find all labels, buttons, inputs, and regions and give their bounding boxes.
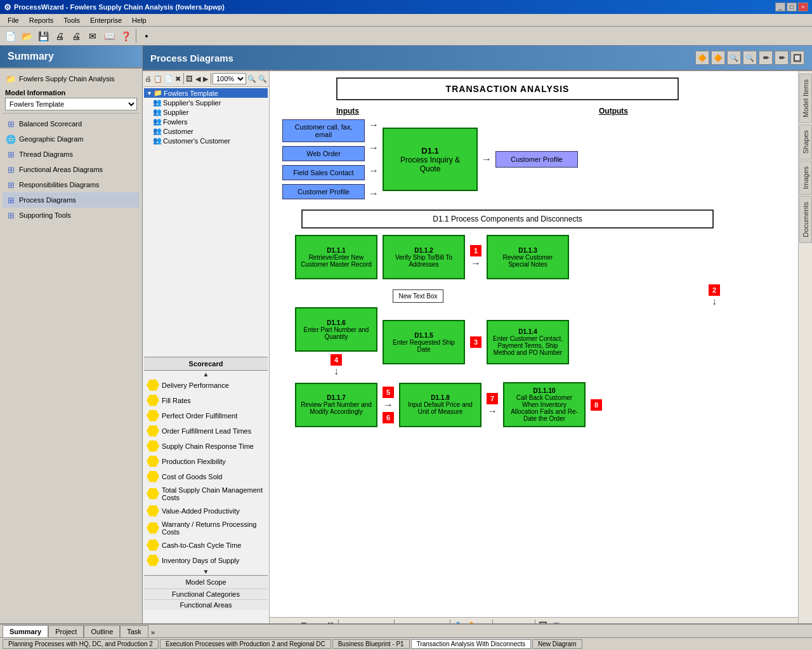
pd-icon-2[interactable]: 🔶 — [711, 51, 725, 65]
menu-reports[interactable]: Reports — [24, 15, 59, 25]
dbt-15[interactable]: 🔶 — [465, 619, 478, 623]
scorecard-item-4[interactable]: Supply Chain Response Time — [144, 439, 268, 454]
dbt-3[interactable]: ☰ — [298, 619, 310, 623]
tab-task[interactable]: Task — [120, 625, 148, 637]
dbt-20[interactable]: 🔲 — [537, 619, 549, 623]
nav-balanced-scorecard[interactable]: ⊞ Balanced Scorecard — [3, 116, 140, 131]
dbt-6[interactable]: ↑ — [340, 619, 353, 623]
toolbar-save[interactable]: 💾 — [36, 29, 51, 44]
maximize-button[interactable]: □ — [787, 3, 797, 11]
toolbar-email[interactable]: ✉ — [85, 29, 100, 44]
page-tab-0[interactable]: Planning Processes with HQ, DC, and Prod… — [3, 639, 159, 649]
dbt-21[interactable]: 🔳 — [550, 619, 563, 623]
toolbar-help[interactable]: ❓ — [118, 29, 133, 44]
pd-tb-paste[interactable]: 📄 — [164, 72, 174, 85]
vtab-shapes[interactable]: Shapes — [799, 124, 812, 159]
pd-icon-search2[interactable]: 🔍 — [743, 51, 757, 65]
comp-box-d113[interactable]: D1.1.3 Review Customer Special Notes — [487, 235, 569, 279]
scorecard-item-1[interactable]: Fill Rates — [144, 393, 268, 408]
pd-tb-back[interactable]: ◀ — [194, 72, 202, 85]
dbt-17[interactable]: ⊕ — [494, 619, 507, 623]
window-controls[interactable]: _ □ × — [775, 3, 808, 11]
tab-outline[interactable]: Outline — [84, 625, 120, 637]
pd-icon-1[interactable]: 🔶 — [695, 51, 709, 65]
pd-tb-copy[interactable]: 📋 — [153, 72, 163, 85]
tab-summary[interactable]: Summary — [3, 625, 48, 637]
page-tab-3[interactable]: Transaction Analysis With Disconnects — [411, 639, 531, 649]
comp-box-d116[interactable]: D1.1.6 Enter Part Number and Quantity — [295, 307, 377, 352]
tree-supplier[interactable]: 👥 Supplier — [144, 107, 268, 117]
scorecard-item-11[interactable]: Inventory Days of Supply — [144, 553, 268, 568]
close-button[interactable]: × — [798, 3, 808, 11]
toolbar-extra[interactable]: • — [139, 29, 154, 44]
scorecard-item-10[interactable]: Cash-to-Cash Cycle Time — [144, 538, 268, 553]
toolbar-book[interactable]: 📖 — [102, 29, 117, 44]
tree-suppliers-supplier[interactable]: 👥 Supplier's Supplier — [144, 98, 268, 107]
menu-file[interactable]: File — [3, 15, 24, 25]
text-box-note[interactable]: New Text Box — [393, 289, 443, 303]
tree-fowlers-template[interactable]: ▼ 📁 Fowlers Template — [144, 88, 268, 98]
nav-functional-areas[interactable]: ⊞ Functional Areas Diagrams — [3, 162, 140, 177]
tree-root-item[interactable]: 📁 Fowlers Supply Chain Analysis — [3, 71, 140, 86]
pd-icon-edit2[interactable]: ✏ — [775, 51, 789, 65]
comp-box-d117[interactable]: D1.1.7 Review Part Number and Modify Acc… — [295, 383, 377, 427]
input-box-1[interactable]: Web Order — [282, 146, 365, 161]
model-select[interactable]: Fowlers Template — [5, 98, 137, 110]
nav-geographic-diagram[interactable]: 🌐 Geographic Diagram — [3, 131, 140, 147]
dbt-14[interactable]: 🔷 — [452, 619, 464, 623]
pd-tb-zoomin[interactable]: 🔍 — [247, 72, 257, 85]
nav-supporting-tools[interactable]: ⊞ Supporting Tools — [3, 208, 140, 223]
zoom-select[interactable]: 100% 50% 75% 125% 150% — [213, 73, 246, 84]
input-box-2[interactable]: Field Sales Contact — [282, 165, 365, 180]
scorecard-item-8[interactable]: Value-Added Productivity — [144, 503, 268, 519]
output-box-0[interactable]: Customer Profile — [495, 151, 578, 168]
dbt-9[interactable]: → — [380, 619, 393, 623]
process-box[interactable]: D1.1 Process Inquiry & Quote — [383, 128, 478, 191]
comp-box-d114[interactable]: D1.1.4 Enter Customer Contact, Payment T… — [487, 320, 569, 364]
page-tab-2[interactable]: Business Blueprint - P1 — [332, 639, 410, 649]
comp-box-d115[interactable]: D1.1.5 Enter Requested Ship Date — [383, 320, 465, 364]
nav-responsibilities[interactable]: ⊞ Responsibilities Diagrams — [3, 177, 140, 192]
dbt-2[interactable]: ⊟ — [284, 619, 297, 623]
tree-customers-customer[interactable]: 👥 Customer's Customer — [144, 136, 268, 145]
tree-fowlers[interactable]: 👥 Fowlers — [144, 117, 268, 126]
tree-customer[interactable]: 👥 Customer — [144, 126, 268, 136]
dbt-5[interactable]: ☷ — [324, 619, 337, 623]
functional-categories[interactable]: Functional Categories — [144, 588, 268, 599]
input-box-3[interactable]: Customer Profile — [282, 184, 365, 199]
minimize-button[interactable]: _ — [775, 3, 785, 11]
toolbar-new[interactable]: 📄 — [3, 29, 18, 44]
tab-more-btn[interactable]: » — [148, 627, 157, 637]
pd-tb-delete[interactable]: ✖ — [174, 72, 182, 85]
pd-icon-edit1[interactable]: ✏ — [759, 51, 773, 65]
toolbar-print[interactable]: 🖨 — [69, 29, 84, 44]
scorecard-item-7[interactable]: Total Supply Chain Management Costs — [144, 484, 268, 503]
scorecard-item-6[interactable]: Cost of Goods Sold — [144, 469, 268, 484]
dbt-10[interactable]: ↔ — [396, 619, 409, 623]
comp-box-d118[interactable]: D1.1.8 Input Default Price and Unit of M… — [399, 383, 481, 427]
dbt-19[interactable]: ✦ — [521, 619, 534, 623]
toolbar-open[interactable]: 📂 — [19, 29, 34, 44]
menu-tools[interactable]: Tools — [58, 15, 85, 25]
dbt-8[interactable]: ← — [367, 619, 379, 623]
nav-process-diagrams[interactable]: ⊞ Process Diagrams — [3, 192, 140, 208]
pd-icon-box[interactable]: 🔲 — [790, 51, 804, 65]
dbt-7[interactable]: ↓ — [353, 619, 366, 623]
dbt-13[interactable]: ✂ — [436, 619, 449, 623]
functional-areas[interactable]: Functional Areas — [144, 599, 268, 610]
dbt-16[interactable]: ▶ — [478, 619, 491, 623]
vtab-images[interactable]: Images — [799, 161, 812, 195]
vtab-model-items[interactable]: Model Items — [799, 74, 812, 123]
toolbar-print-preview[interactable]: 🖨 — [52, 29, 67, 44]
scorecard-item-2[interactable]: Perfect Order Fulfillment — [144, 408, 268, 423]
scorecard-item-3[interactable]: Order Fulfillment Lead Times — [144, 423, 268, 439]
menu-enterprise[interactable]: Enterprise — [85, 15, 127, 25]
scorecard-item-9[interactable]: Warranty / Returns Processing Costs — [144, 519, 268, 538]
dbt-18[interactable]: ⊖ — [508, 619, 520, 623]
dbt-1[interactable]: ⊞ — [271, 619, 284, 623]
comp-box-d1110[interactable]: D1.1.10 Call Back Customer When Inventor… — [503, 382, 586, 427]
dbt-12[interactable]: ⤢ — [422, 619, 435, 623]
model-scope[interactable]: Model Scope — [144, 575, 268, 588]
menu-help[interactable]: Help — [127, 15, 152, 25]
comp-box-d112[interactable]: D1.1.2 Verify Ship To/Bill To Addresses — [383, 235, 465, 279]
